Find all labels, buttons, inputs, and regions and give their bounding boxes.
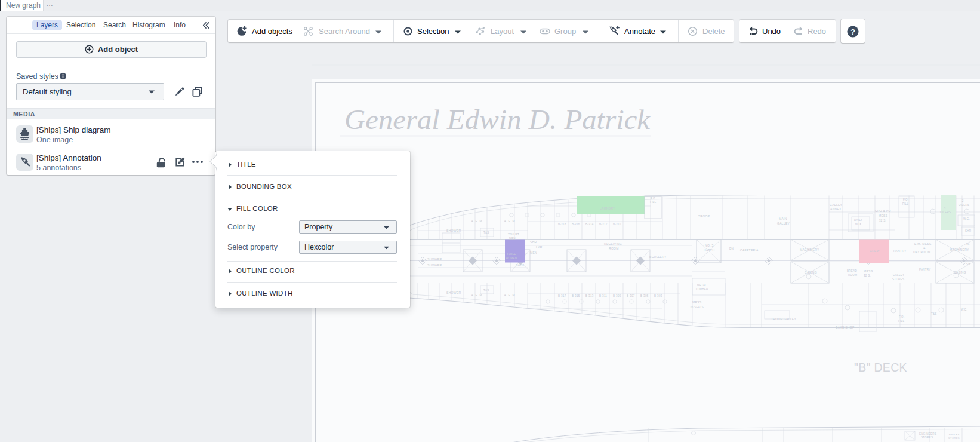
svg-text:METAL: METAL — [697, 284, 707, 287]
svg-text:TOILET: TOILET — [507, 252, 518, 256]
svg-text:STORES: STORES — [921, 436, 933, 439]
svg-text:FILL: FILL — [898, 320, 904, 323]
svg-text:PANTRY: PANTRY — [919, 268, 931, 271]
svg-text:NO. 5: NO. 5 — [705, 244, 714, 247]
svg-text:MAIN: MAIN — [779, 217, 787, 220]
svg-text:ENGINEERS: ENGINEERS — [919, 432, 936, 435]
svg-text:4. E. M.: 4. E. M. — [504, 219, 516, 223]
svg-text:MACHINERY: MACHINERY — [800, 248, 819, 251]
svg-text:4. E. M.: 4. E. M. — [471, 219, 483, 223]
svg-text:TROOP: TROOP — [698, 214, 710, 218]
svg-text:CREW: CREW — [870, 249, 879, 253]
svg-text:General Edwin D. Patrick: General Edwin D. Patrick — [344, 105, 651, 135]
svg-text:OILERS: OILERS — [959, 204, 969, 207]
svg-text:MACHINERY: MACHINERY — [950, 248, 969, 251]
svg-text:MESS: MESS — [692, 300, 702, 304]
svg-text:FILL: FILL — [650, 201, 656, 204]
svg-text:B-312: B-312 — [599, 223, 608, 226]
svg-text:W.C.: W.C. — [961, 308, 967, 311]
svg-text:MEN: MEN — [509, 237, 516, 240]
svg-text:B-311: B-311 — [599, 294, 607, 297]
svg-text:F.O.: F.O. — [903, 198, 908, 201]
svg-text:LAUNDRY: LAUNDRY — [600, 207, 615, 210]
svg-text:&: & — [923, 246, 926, 250]
svg-text:SHR.: SHR. — [530, 240, 538, 244]
svg-text:TOILET: TOILET — [508, 232, 519, 236]
svg-text:32 S.: 32 S. — [864, 274, 871, 277]
svg-text:DN: DN — [729, 247, 734, 250]
svg-text:?: ? — [850, 28, 855, 36]
svg-text:ANNEX: ANNEX — [830, 207, 842, 211]
svg-text:T&S: T&S — [483, 289, 489, 292]
svg-text:B-314: B-314 — [585, 223, 594, 226]
svg-text:CPO & PO: CPO & PO — [875, 209, 891, 213]
svg-text:LUMBER: LUMBER — [696, 288, 708, 291]
svg-text:GALLEY: GALLEY — [830, 203, 843, 207]
svg-text:T&S: T&S — [483, 231, 489, 234]
svg-text:36 SEATS: 36 SEATS — [690, 306, 704, 309]
svg-text:32 S.: 32 S. — [879, 219, 886, 222]
svg-text:OILERS: OILERS — [940, 211, 951, 214]
svg-text:BAKE SHOP: BAKE SHOP — [836, 326, 855, 329]
svg-text:B-316: B-316 — [572, 223, 580, 226]
svg-text:E.M. MESS: E.M. MESS — [914, 242, 932, 245]
svg-text:BATH: BATH — [516, 263, 524, 267]
svg-text:B-307: B-307 — [627, 294, 635, 297]
svg-text:STORES: STORES — [892, 278, 904, 281]
svg-text:BOX: BOX — [855, 223, 861, 226]
svg-text:-2-: -2- — [961, 199, 965, 202]
svg-text:STORES: STORES — [948, 437, 960, 440]
svg-text:GALLEY: GALLEY — [777, 222, 790, 225]
svg-text:T&S: T&S — [931, 312, 937, 315]
svg-text:F.O.: F.O. — [651, 197, 656, 200]
svg-text:DAY ROOM: DAY ROOM — [913, 250, 930, 254]
svg-text:CAFETERIA: CAFETERIA — [740, 248, 759, 252]
svg-text:-4-: -4- — [943, 207, 947, 210]
svg-text:MESS: MESS — [864, 269, 873, 273]
svg-text:B-305: B-305 — [640, 294, 649, 297]
svg-text:B-315: B-315 — [572, 294, 580, 297]
svg-text:TROOP GALLEY: TROOP GALLEY — [771, 317, 796, 321]
svg-text:SCULLERY: SCULLERY — [649, 255, 667, 259]
svg-text:CASING: CASING — [954, 271, 966, 274]
svg-text:DAILY: DAILY — [854, 219, 862, 222]
svg-text:W.C.: W.C. — [963, 217, 970, 220]
svg-text:ROOM: ROOM — [609, 247, 619, 250]
svg-text:SHOWER: SHOWER — [446, 229, 461, 232]
svg-text:LKR: LKR — [536, 245, 543, 249]
svg-text:ENG'RS: ENG'RS — [949, 433, 960, 436]
svg-text:GALLEY: GALLEY — [893, 274, 904, 277]
svg-text:CASING: CASING — [805, 271, 817, 274]
svg-text:MESS: MESS — [879, 214, 888, 217]
svg-text:F.O.: F.O. — [899, 315, 904, 318]
svg-text:RECEIVING: RECEIVING — [604, 242, 622, 245]
svg-text:B-310: B-310 — [613, 223, 621, 226]
svg-text:B-303: B-303 — [654, 294, 662, 297]
svg-text:ROOM: ROOM — [848, 274, 857, 277]
svg-text:WOMEN: WOMEN — [506, 257, 517, 260]
svg-text:W.: W. — [966, 243, 970, 245]
svg-text:HATCH: HATCH — [704, 248, 714, 252]
svg-text:BREAD: BREAD — [847, 269, 857, 272]
svg-text:SHOWER: SHOWER — [446, 291, 461, 294]
svg-text:B-317: B-317 — [558, 294, 566, 297]
svg-text:B-313: B-313 — [585, 294, 594, 297]
svg-text:B-309: B-309 — [613, 294, 621, 297]
svg-text:4. E. M.: 4. E. M. — [504, 293, 516, 297]
svg-text:SH: SH — [966, 263, 970, 266]
svg-text:"B" DECK: "B" DECK — [854, 361, 907, 374]
svg-text:4. E. M.: 4. E. M. — [471, 293, 483, 297]
svg-text:FILL: FILL — [902, 202, 908, 205]
svg-text:MEN: MEN — [530, 251, 537, 254]
svg-text:B-318: B-318 — [558, 223, 566, 226]
svg-text:SHOWER: SHOWER — [427, 257, 442, 261]
svg-text:PANTRY: PANTRY — [893, 249, 907, 253]
svg-text:SHOWER: SHOWER — [427, 263, 442, 267]
svg-text:SHR: SHR — [965, 229, 972, 232]
